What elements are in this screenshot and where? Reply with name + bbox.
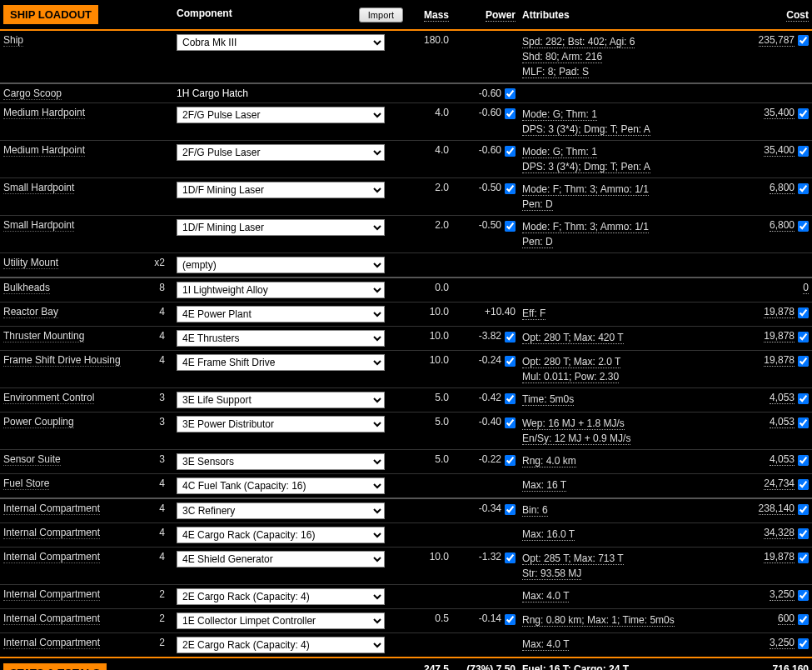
cost-toggle[interactable]	[798, 35, 809, 46]
power-toggle[interactable]	[505, 418, 516, 428]
mass-value	[406, 585, 452, 609]
cost-toggle[interactable]	[798, 183, 809, 194]
power-toggle[interactable]	[505, 552, 516, 563]
cost-toggle[interactable]	[798, 552, 809, 563]
mass-value	[406, 474, 452, 499]
component-select[interactable]: 1D/F Mining Laser	[177, 219, 385, 236]
slot-name: Small Hardpoint	[3, 182, 74, 194]
cost-value: 4,053	[770, 453, 795, 466]
component-select[interactable]: 4E Cargo Rack (Capacity: 16)	[177, 527, 385, 543]
cost-value: 35,400	[764, 107, 795, 119]
power-toggle[interactable]	[505, 356, 516, 367]
power-toggle[interactable]	[505, 146, 516, 157]
loadout-row: Small Hardpoint1D/F Mining Laser2.0-0.50…	[0, 216, 812, 253]
header-row: SHIP LOADOUT Component Import Mass Power…	[0, 0, 812, 30]
power-toggle[interactable]	[505, 108, 516, 119]
component-select[interactable]: Cobra Mk III	[177, 34, 385, 51]
attribute-line: Max: 4.0 T	[522, 637, 734, 652]
power-toggle[interactable]	[505, 614, 516, 625]
mass-value: 0.0	[406, 278, 452, 302]
cost-toggle[interactable]	[798, 332, 809, 342]
slot-name: Environment Control	[3, 392, 94, 404]
component-select[interactable]: 2F/G Pulse Laser	[177, 107, 385, 123]
loadout-row: Reactor Bay44E Power Plant10.0+10.40Eff:…	[0, 302, 812, 327]
component-select[interactable]: 3C Refinery	[177, 502, 385, 519]
cost-value: 19,878	[764, 354, 795, 367]
attribute-line: Max: 16 T	[522, 478, 734, 492]
mass-value: 0.5	[406, 609, 452, 633]
power-value: -0.24	[479, 354, 501, 366]
component-select[interactable]: 2F/G Pulse Laser	[177, 144, 385, 161]
component-select[interactable]: 3E Sensors	[177, 453, 385, 470]
cost-value: 6,800	[770, 219, 795, 232]
component-select[interactable]: (empty)	[177, 257, 385, 273]
slot-size: 2	[159, 612, 170, 624]
component-select[interactable]: 3E Life Support	[177, 392, 385, 408]
mass-value	[406, 633, 452, 658]
power-toggle[interactable]	[505, 504, 516, 515]
power-toggle[interactable]	[505, 183, 516, 194]
loadout-row: Small Hardpoint1D/F Mining Laser2.0-0.50…	[0, 178, 812, 216]
component-select[interactable]: 2E Cargo Rack (Capacity: 4)	[177, 588, 385, 605]
cost-value: 34,328	[764, 527, 795, 539]
slot-name: Ship	[3, 34, 23, 47]
cost-value: 24,734	[764, 478, 795, 490]
component-select[interactable]: 4E Power Plant	[177, 306, 385, 322]
attribute-line: Rng: 4.0 km	[522, 453, 734, 468]
mass-value: 2.0	[406, 178, 452, 216]
attribute-line: Mode: F; Thm: 3; Ammo: 1/1	[522, 219, 734, 234]
slot-size: 4	[159, 330, 170, 342]
attribute-line: Spd: 282; Bst: 402; Agi: 6	[522, 34, 734, 49]
cost-value: 3,250	[770, 637, 795, 649]
attribute-line: Bin: 6	[522, 502, 734, 518]
component-select[interactable]: 2E Cargo Rack (Capacity: 4)	[177, 637, 385, 653]
attribute-line: Mode: F; Thm: 3; Ammo: 1/1	[522, 182, 734, 197]
slot-size: x2	[154, 257, 170, 268]
cost-toggle[interactable]	[798, 504, 809, 515]
cost-toggle[interactable]	[798, 479, 809, 490]
cost-toggle[interactable]	[798, 108, 809, 119]
cost-toggle[interactable]	[798, 308, 809, 318]
attribute-line: DPS: 3 (3*4); Dmg: T; Pen: A	[522, 122, 734, 137]
cost-value: 35,400	[764, 144, 795, 157]
cost-toggle[interactable]	[798, 393, 809, 404]
slot-size: 2	[159, 637, 170, 648]
power-toggle[interactable]	[505, 393, 516, 404]
loadout-row: Power Coupling33E Power Distributor5.0-0…	[0, 412, 812, 450]
attribute-line: Str: 93.58 MJ	[522, 566, 734, 581]
mass-value	[406, 83, 452, 103]
component-select[interactable]: 4E Thrusters	[177, 330, 385, 347]
component-select[interactable]: 4C Fuel Tank (Capacity: 16)	[177, 478, 385, 494]
cost-toggle[interactable]	[798, 528, 809, 539]
cost-toggle[interactable]	[798, 455, 809, 466]
component-select[interactable]: 4E Shield Generator	[177, 551, 385, 568]
mass-value: 10.0	[406, 327, 452, 351]
cost-toggle[interactable]	[798, 356, 809, 367]
cost-toggle[interactable]	[798, 638, 809, 649]
mass-value: 2.0	[406, 216, 452, 253]
slot-name: Bulkheads	[3, 282, 50, 294]
attribute-line: Mode: G; Thm: 1	[522, 144, 734, 159]
cost-value: 4,053	[770, 392, 795, 404]
component-select[interactable]: 1E Collector Limpet Controller	[177, 612, 385, 629]
loadout-row: Internal Compartment43C Refinery-0.34Bin…	[0, 498, 812, 523]
component-select[interactable]: 4E Frame Shift Drive	[177, 354, 385, 371]
mass-value	[406, 498, 452, 523]
attribute-line: Opt: 280 T; Max: 2.0 T	[522, 354, 734, 369]
cost-toggle[interactable]	[798, 614, 809, 625]
power-toggle[interactable]	[505, 88, 516, 99]
cost-toggle[interactable]	[798, 221, 809, 232]
power-toggle[interactable]	[505, 455, 516, 466]
cost-toggle[interactable]	[798, 590, 809, 601]
cost-toggle[interactable]	[798, 146, 809, 157]
component-select[interactable]: 3E Power Distributor	[177, 416, 385, 432]
slot-size: 3	[159, 392, 170, 403]
power-toggle[interactable]	[505, 221, 516, 232]
cost-value: 3,250	[770, 588, 795, 601]
power-value: -1.32	[479, 551, 501, 562]
cost-toggle[interactable]	[798, 418, 809, 428]
component-select[interactable]: 1I Lightweight Alloy	[177, 282, 385, 298]
component-select[interactable]: 1D/F Mining Laser	[177, 182, 385, 198]
import-button[interactable]: Import	[359, 8, 403, 22]
power-toggle[interactable]	[505, 332, 516, 342]
